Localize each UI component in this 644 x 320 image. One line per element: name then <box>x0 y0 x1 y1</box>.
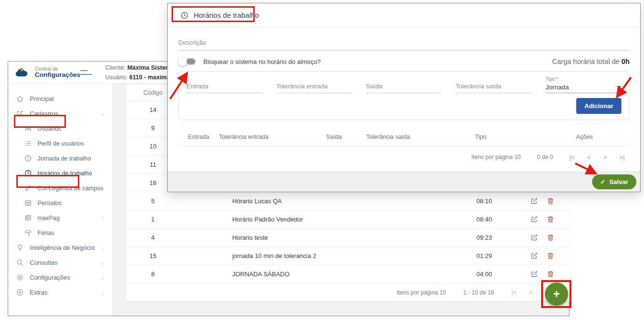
gear-icon <box>16 273 24 282</box>
sidebar-item-perfil-de-usuarios[interactable]: Perfil de usuários <box>8 136 112 151</box>
row-total-time: 09:23 <box>460 234 513 241</box>
list-icon <box>24 139 32 148</box>
last-page-button[interactable]: >| <box>619 154 625 161</box>
search-icon <box>16 258 24 267</box>
modal-header: Horários de trabalho <box>168 3 640 27</box>
tipo-select[interactable]: Tipo * Jornada <box>545 76 621 93</box>
delete-row-icon[interactable] <box>546 215 555 223</box>
adicionar-button[interactable]: Adicionar <box>576 98 621 114</box>
menu-toggle-icon[interactable] <box>80 70 92 75</box>
beach-umbrella-icon <box>24 229 32 237</box>
modal-footer: ✓ Salvar <box>168 172 640 192</box>
pages-icon <box>24 214 32 222</box>
tolerancia-saida-input[interactable]: Tolerância saída <box>456 83 531 93</box>
row-description: Horario teste <box>179 234 460 241</box>
sidebar: Principal Cadastros Usuários Perfil de u… <box>8 84 112 316</box>
salvar-button[interactable]: ✓ Salvar <box>592 174 636 189</box>
add-entry-form: Entrada Tolerância entrada Saída Tolerân… <box>178 71 630 120</box>
block-lunch-toggle[interactable] <box>178 58 196 65</box>
description-input[interactable]: Descrição <box>178 39 630 50</box>
modal-range-indicator: 0 de 0 <box>537 154 553 160</box>
add-schedule-fab[interactable]: + <box>545 283 568 306</box>
row-code: 5 <box>126 197 179 205</box>
delete-row-icon[interactable] <box>546 252 555 260</box>
entrada-input[interactable]: Entrada <box>186 83 262 93</box>
dropdown-caret-icon <box>617 86 621 89</box>
row-description: Hórario Lucas QA <box>179 197 460 205</box>
table-row: 5Hórario Lucas QA08:10 <box>126 192 571 210</box>
clock-icon <box>180 11 189 20</box>
user-name: 6110 - maxima <box>129 74 170 81</box>
chevron-right-icon <box>100 260 105 265</box>
modal-table-pagination: Itens por página 10 0 de 0 |< < > >| <box>178 146 630 168</box>
sidebar-item-principal[interactable]: Principal <box>8 91 112 106</box>
sidebar-item-inteligencia-de-negocio[interactable]: Inteligência de Negócio <box>8 240 112 255</box>
edit-row-icon[interactable] <box>530 197 538 205</box>
row-total-time: 08:40 <box>460 216 513 223</box>
tipo-label: Tipo * <box>545 76 621 82</box>
edit-row-icon[interactable] <box>530 270 538 278</box>
delete-row-icon[interactable] <box>546 234 555 242</box>
edit-square-icon <box>16 110 24 118</box>
chevron-right-icon <box>100 216 105 221</box>
home-icon <box>16 95 24 103</box>
tolerancia-entrada-input[interactable]: Tolerância entrada <box>276 83 352 93</box>
lightbulb-icon <box>16 244 24 252</box>
modal-title: Horários de trabalho <box>194 11 259 19</box>
row-code: 15 <box>126 252 179 259</box>
total-hours-text: Carga horária total de 0h <box>552 58 630 65</box>
annotated-screenshot-canvas: Central de Configurações Cliente: Máxima… <box>0 0 644 320</box>
clock-icon <box>24 169 32 177</box>
delete-row-icon[interactable] <box>546 270 555 278</box>
table-row: 1Horário Padrão Vendedor08:40 <box>126 210 571 228</box>
sidebar-item-ferias[interactable]: Férias <box>8 225 112 240</box>
sidebar-item-cadastros[interactable]: Cadastros <box>8 106 112 121</box>
next-page-button[interactable]: > <box>603 154 607 161</box>
pencil-icon <box>24 184 32 192</box>
toggle-label: Bloquear o sistema no horário do almoço? <box>203 58 321 65</box>
row-total-time: 04:00 <box>460 271 513 278</box>
previous-page-button[interactable]: < <box>587 154 591 161</box>
chevron-down-icon <box>100 111 105 116</box>
calendar-grid-icon <box>24 199 32 207</box>
modal-table-header-row: Entrada Tolerância entrada Saída Tolerân… <box>178 128 630 146</box>
row-description: JORNADA SÁBADO <box>179 271 460 278</box>
edit-row-icon[interactable] <box>530 252 538 260</box>
sidebar-item-configuracoes[interactable]: Configurações <box>8 270 112 285</box>
check-icon: ✓ <box>600 178 606 185</box>
saida-input[interactable]: Saída <box>366 83 442 93</box>
sidebar-item-maxpag[interactable]: maxPag <box>8 210 112 225</box>
previous-page-button[interactable]: < <box>529 289 533 296</box>
sidebar-item-periodos[interactable]: Períodos <box>8 196 112 210</box>
row-code: 1 <box>126 216 179 223</box>
chevron-right-icon <box>100 275 105 280</box>
table-footer: Itens por página 10 1 - 10 de 16 |< < > <box>126 283 571 301</box>
plus-circle-icon <box>16 288 24 296</box>
row-total-time: 01:29 <box>460 252 513 259</box>
cloud-gear-logo-icon <box>14 66 31 79</box>
row-total-time: 08:10 <box>460 197 513 205</box>
sidebar-item-horarios-de-trabalho[interactable]: Horários de trabalho <box>8 166 112 181</box>
edit-row-icon[interactable] <box>530 215 538 223</box>
items-per-page[interactable]: Itens por página 10 <box>396 289 446 296</box>
table-row: 15jornada 10 min de tolerancia 201:29 <box>126 246 571 265</box>
chevron-right-icon <box>100 246 105 250</box>
first-page-button[interactable]: |< <box>570 154 575 161</box>
modal-items-per-page[interactable]: Itens por página 10 <box>471 154 521 160</box>
clock-icon <box>24 154 32 162</box>
sidebar-item-usuarios[interactable]: Usuários <box>8 121 112 136</box>
row-description: jornada 10 min de tolerancia 2 <box>179 252 460 259</box>
edit-row-icon[interactable] <box>530 234 538 242</box>
delete-row-icon[interactable] <box>546 197 555 205</box>
first-page-button[interactable]: |< <box>511 289 517 296</box>
sidebar-item-jornada-de-trabalho[interactable]: Jornada de trabalho <box>8 151 112 166</box>
tipo-selected-value: Jornada <box>545 84 569 91</box>
horarios-de-trabalho-modal: Horários de trabalho Descrição Bloquear … <box>167 3 641 192</box>
sidebar-item-extras[interactable]: Extras <box>8 285 112 300</box>
range-indicator: 1 - 10 de 16 <box>463 289 494 296</box>
chevron-right-icon <box>100 290 105 295</box>
total-hours-value: 0h <box>621 58 630 65</box>
sidebar-item-consultas[interactable]: Consultas <box>8 255 112 270</box>
users-icon <box>24 124 32 133</box>
sidebar-item-cor-legenda-de-campos[interactable]: Cor/Legenda de campos <box>8 181 112 196</box>
